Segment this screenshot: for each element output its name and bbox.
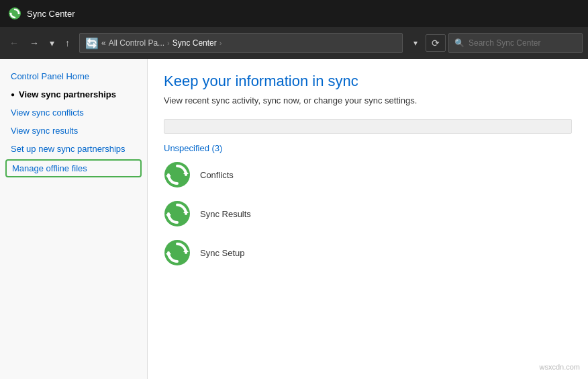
main-area: Control Panel Home ● View sync partnersh… — [0, 59, 588, 379]
refresh-button[interactable]: ⟳ — [426, 34, 446, 52]
sidebar-item-conflicts-label: View sync conflicts — [11, 108, 84, 118]
app-icon — [8, 7, 21, 20]
address-crumb-1: « — [101, 38, 106, 48]
sidebar-item-setup-label: Set up new sync partnerships — [11, 144, 126, 154]
dropdown-recent-button[interactable]: ▾ — [46, 35, 58, 51]
watermark: wsxcdn.com — [539, 363, 580, 371]
address-sep-1: › — [167, 39, 170, 47]
address-bar[interactable]: 🔄 « All Control Pa... › Sync Center › — [79, 33, 403, 53]
sync-icon-setup — [164, 239, 191, 266]
forward-button[interactable]: → — [26, 35, 43, 51]
search-icon: 🔍 — [454, 38, 464, 48]
sidebar: Control Panel Home ● View sync partnersh… — [0, 59, 148, 379]
sync-item-setup-label: Sync Setup — [200, 248, 245, 258]
sidebar-home-label: Control Panel Home — [11, 71, 89, 81]
sidebar-item-partnerships: ● View sync partnerships — [0, 85, 147, 103]
address-dropdown-button[interactable]: ▾ — [408, 36, 423, 50]
address-sep-2: › — [219, 39, 222, 47]
search-box: 🔍 — [448, 33, 583, 53]
sidebar-item-results-label: View sync results — [11, 126, 78, 136]
progress-bar — [164, 119, 572, 134]
nav-bar: ← → ▾ ↑ 🔄 « All Control Pa... › Sync Cen… — [0, 27, 588, 59]
sync-icon-results — [164, 200, 191, 227]
sidebar-home[interactable]: Control Panel Home — [0, 67, 147, 85]
sync-item-setup[interactable]: Sync Setup — [164, 239, 572, 266]
content-panel: Keep your information in sync View recen… — [148, 59, 588, 379]
content-title: Keep your information in sync — [164, 73, 572, 90]
sidebar-item-offline-label: Manage offline files — [12, 163, 87, 173]
back-button[interactable]: ← — [5, 35, 23, 51]
sync-item-results[interactable]: Sync Results — [164, 200, 572, 227]
watermark-text: wsxcdn.com — [539, 363, 580, 371]
sidebar-item-results[interactable]: View sync results — [0, 122, 147, 140]
title-bar: Sync Center — [0, 0, 588, 27]
section-label: Unspecified (3) — [164, 143, 572, 153]
address-icon: 🔄 — [85, 37, 99, 50]
content-subtitle: View recent sync activity, sync now, or … — [164, 95, 572, 106]
search-input[interactable] — [469, 38, 577, 48]
active-bullet: ● — [11, 91, 15, 98]
sidebar-item-offline[interactable]: Manage offline files — [5, 159, 142, 177]
address-crumb-2: All Control Pa... — [109, 38, 164, 48]
title-bar-title: Sync Center — [27, 9, 75, 19]
sidebar-item-conflicts[interactable]: View sync conflicts — [0, 103, 147, 122]
sidebar-item-setup[interactable]: Set up new sync partnerships — [0, 140, 147, 158]
address-crumb-active: Sync Center — [173, 38, 217, 48]
sync-item-conflicts[interactable]: Conflicts — [164, 161, 572, 188]
sync-icon-conflicts — [164, 161, 191, 188]
up-button[interactable]: ↑ — [61, 35, 74, 51]
sidebar-item-partnerships-label: View sync partnerships — [19, 89, 116, 99]
sync-item-conflicts-label: Conflicts — [200, 170, 234, 180]
sync-item-results-label: Sync Results — [200, 209, 251, 219]
